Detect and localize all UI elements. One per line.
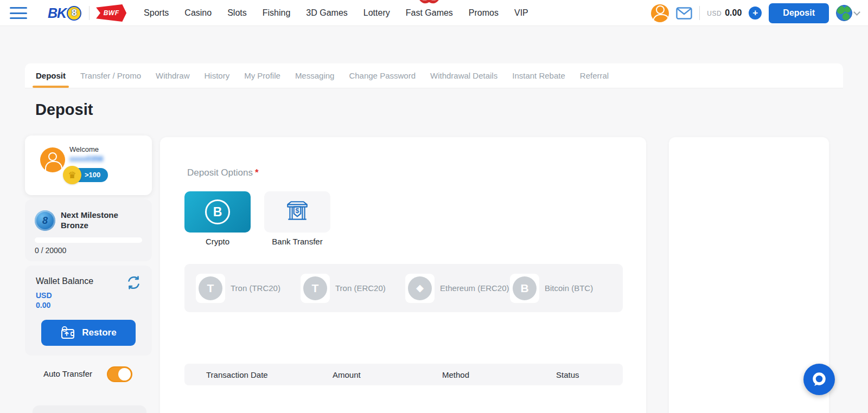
refresh-balance-icon[interactable] — [126, 275, 141, 292]
ethereum-icon: ◆ — [408, 276, 432, 300]
required-asterisk: * — [255, 167, 259, 178]
auto-transfer-toggle[interactable] — [107, 366, 132, 382]
tab-messaging[interactable]: Messaging — [295, 63, 335, 88]
top-navbar: BK 8 BWF Sports Casino Slots Fishing 3D … — [0, 0, 868, 26]
deposit-button[interactable]: Deposit — [769, 3, 829, 23]
navbar-divider — [699, 6, 700, 20]
wallet-balance-card: Wallet Balance USD 0.00 Restore — [25, 266, 152, 356]
method-tile-crypto[interactable]: B — [184, 191, 251, 233]
column-transaction-date: Transaction Date — [206, 370, 333, 379]
channel-tron-trc20[interactable]: T Tron (TRC20) — [196, 274, 301, 303]
nav-item-sports[interactable]: Sports — [144, 0, 169, 26]
channel-ethereum-erc20[interactable]: ◆ Ethereum (ERC20) — [405, 274, 510, 303]
milestone-coin-icon: 8 — [35, 210, 55, 231]
chat-bubble-icon — [810, 371, 828, 388]
page-title: Deposit — [35, 101, 93, 119]
live-chat-button[interactable] — [803, 364, 835, 395]
tab-transfer-promo[interactable]: Transfer / Promo — [80, 63, 141, 88]
tab-referral[interactable]: Referral — [580, 63, 609, 88]
tab-withdrawal-details[interactable]: Withdrawal Details — [430, 63, 497, 88]
milestone-title: Next Milestone — [61, 210, 118, 220]
channel-label: Bitcoin (BTC) — [545, 283, 593, 293]
wallet-balance-title: Wallet Balance — [36, 276, 93, 286]
auto-transfer-label: Auto Transfer — [43, 369, 92, 378]
restore-button[interactable]: Restore — [41, 320, 136, 346]
add-funds-button[interactable]: + — [749, 7, 762, 20]
main-nav-menu: Sports Casino Slots Fishing 3D Games Lot… — [144, 0, 528, 26]
navbar-right: USD 0.00 + Deposit — [651, 0, 859, 26]
deposit-options-text: Deposit Options — [187, 167, 253, 178]
bank-icon: $ — [285, 199, 310, 224]
tab-my-profile[interactable]: My Profile — [244, 63, 280, 88]
nav-item-fast-games-label: Fast Games — [406, 8, 453, 17]
nav-item-lottery[interactable]: Lottery — [363, 0, 390, 26]
wallet-balance-top: USD 0.00 — [707, 8, 742, 18]
nav-item-3d-games[interactable]: 3D Games — [306, 0, 347, 26]
username-masked: xxxx0358 — [69, 154, 103, 163]
wallet-currency: USD — [36, 291, 52, 300]
bwf-logo: BWF — [96, 4, 126, 22]
crown-icon: ♛ — [63, 166, 81, 184]
method-label-crypto: Crypto — [184, 237, 251, 246]
bitcoin-icon: B — [205, 199, 230, 224]
channel-tron-erc20[interactable]: T Tron (ERC20) — [301, 274, 405, 303]
globe-icon — [836, 5, 852, 21]
method-tile-bank-transfer[interactable]: $ — [264, 191, 330, 233]
svg-text:$: $ — [296, 207, 299, 215]
chevron-down-icon — [853, 9, 860, 16]
channel-label: Tron (TRC20) — [231, 283, 280, 293]
milestone-card: 8 Next Milestone Bronze 0 / 20000 — [25, 199, 152, 261]
navbar-left: BK 8 BWF Sports Casino Slots Fishing 3D … — [0, 0, 528, 26]
bk8-logo-eight: 8 — [67, 6, 81, 21]
column-status: Status — [556, 370, 623, 379]
tether-icon: T — [303, 276, 327, 300]
restore-button-label: Restore — [82, 327, 116, 338]
account-tabbar: Deposit Transfer / Promo Withdraw Histor… — [25, 63, 843, 88]
messages-icon[interactable] — [676, 7, 692, 20]
wallet-restore-icon — [60, 326, 75, 340]
channel-label: Ethereum (ERC20) — [440, 283, 509, 293]
welcome-card: Welcome xxxx0358 >100 ♛ — [25, 135, 152, 195]
tab-withdraw[interactable]: Withdraw — [156, 63, 190, 88]
column-method: Method — [442, 370, 556, 379]
nav-item-vip[interactable]: VIP — [514, 0, 528, 26]
tether-icon: T — [199, 276, 222, 300]
next-card-stub — [33, 405, 146, 413]
tab-history[interactable]: History — [205, 63, 230, 88]
milestone-progress-bar — [35, 237, 142, 243]
logo-divider — [89, 6, 90, 20]
nav-item-slots[interactable]: Slots — [227, 0, 247, 26]
hamburger-menu-icon[interactable] — [10, 7, 27, 19]
bwf-logo-text: BWF — [104, 9, 119, 17]
transactions-table-header: Transaction Date Amount Method Status — [184, 364, 623, 385]
channel-bitcoin-btc[interactable]: B Bitcoin (BTC) — [510, 274, 615, 303]
balance-amount: 0.00 — [725, 8, 742, 18]
tab-instant-rebate[interactable]: Instant Rebate — [512, 63, 565, 88]
tab-change-password[interactable]: Change Password — [349, 63, 416, 88]
nav-item-promos[interactable]: Promos — [469, 0, 499, 26]
balance-currency: USD — [707, 10, 722, 17]
page: BK 8 BWF Sports Casino Slots Fishing 3D … — [0, 0, 868, 413]
deposit-options-label: Deposit Options* — [187, 167, 259, 178]
vip-level-badge[interactable]: >100 ♛ — [63, 166, 133, 184]
nav-item-casino[interactable]: Casino — [184, 0, 212, 26]
avatar — [40, 147, 65, 172]
milestone-progress-text: 0 / 20000 — [35, 246, 66, 255]
nav-item-fast-games[interactable]: Fast Games — [406, 0, 453, 26]
channel-label: Tron (ERC20) — [335, 283, 386, 293]
language-selector[interactable] — [836, 5, 859, 21]
bitcoin-icon: B — [513, 276, 537, 300]
hot-badge-icon — [417, 0, 441, 6]
wallet-amount: 0.00 — [36, 301, 50, 309]
bk8-logo[interactable]: BK 8 — [48, 5, 81, 21]
column-amount: Amount — [333, 370, 442, 379]
tab-deposit[interactable]: Deposit — [36, 63, 66, 88]
deposit-panel: Deposit Options* B $ Crypto Bank Transfe… — [160, 137, 646, 413]
nav-item-fishing[interactable]: Fishing — [263, 0, 291, 26]
bk8-logo-text: BK — [48, 5, 66, 21]
crypto-channels-bar: T Tron (TRC20) T Tron (ERC20) ◆ Ethereum… — [184, 264, 623, 312]
method-label-bank-transfer: Bank Transfer — [264, 237, 330, 246]
user-avatar-icon[interactable] — [651, 4, 669, 22]
welcome-greeting: Welcome — [69, 145, 103, 153]
milestone-tier: Bronze — [61, 220, 118, 230]
